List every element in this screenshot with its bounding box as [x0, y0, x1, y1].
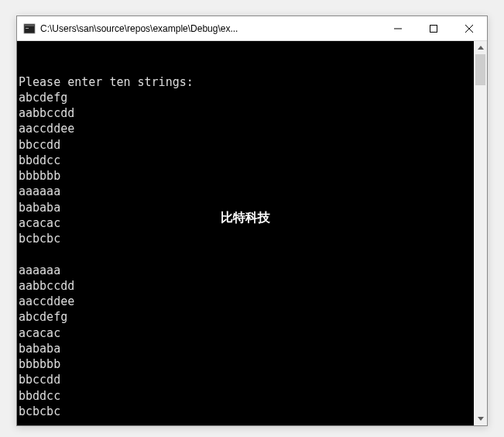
console-output: Please enter ten strings:abcdefgaabbccdd…	[19, 74, 474, 420]
console-line: bcbcbc	[19, 404, 474, 419]
window-controls	[380, 16, 487, 40]
console-line: aaaaaa	[19, 263, 474, 278]
chevron-down-icon	[478, 417, 484, 421]
minimize-icon	[394, 25, 402, 33]
console-line: bababa	[19, 341, 474, 356]
scroll-thumb[interactable]	[475, 54, 485, 85]
console-content[interactable]: Please enter ten strings:abcdefgaabbccdd…	[17, 41, 474, 425]
window-title: C:\Users\san\source\repos\example\Debug\…	[40, 23, 380, 34]
console-line: aaccddee	[19, 294, 474, 309]
console-line: acacac	[19, 215, 474, 231]
console-area: Please enter ten strings:abcdefgaabbccdd…	[17, 41, 487, 425]
svg-rect-1	[25, 25, 34, 26]
console-line	[19, 246, 474, 262]
console-line: bcbcbc	[19, 231, 474, 246]
scroll-up-button[interactable]	[474, 41, 487, 54]
close-icon	[465, 25, 473, 33]
console-line: bbddcc	[19, 388, 474, 404]
chevron-up-icon	[478, 46, 484, 50]
console-window: C:\Users\san\source\repos\example\Debug\…	[16, 15, 488, 426]
console-line: abcdefg	[19, 90, 474, 105]
console-line: bbccdd	[19, 372, 474, 387]
maximize-icon	[430, 25, 437, 33]
console-line: bbddcc	[19, 153, 474, 168]
close-button[interactable]	[451, 16, 487, 40]
svg-rect-2	[26, 28, 29, 29]
console-line: aabbccdd	[19, 278, 474, 294]
svg-rect-4	[430, 25, 437, 32]
maximize-button[interactable]	[416, 16, 451, 40]
console-line: bbbbbb	[19, 168, 474, 184]
titlebar: C:\Users\san\source\repos\example\Debug\…	[17, 16, 487, 41]
console-line: Please enter ten strings:	[19, 74, 474, 90]
console-line: bbbbbb	[19, 356, 474, 372]
vertical-scrollbar[interactable]	[474, 41, 487, 425]
scroll-down-button[interactable]	[474, 412, 487, 425]
scroll-track[interactable]	[474, 54, 487, 412]
console-line: acacac	[19, 325, 474, 341]
console-line: aaaaaa	[19, 184, 474, 199]
console-line: abcdefg	[19, 309, 474, 325]
app-icon	[23, 22, 36, 35]
minimize-button[interactable]	[380, 16, 416, 40]
console-line: bababa	[19, 200, 474, 215]
console-line: aaccddee	[19, 121, 474, 136]
console-line: bbccdd	[19, 137, 474, 153]
console-line: aabbccdd	[19, 105, 474, 121]
